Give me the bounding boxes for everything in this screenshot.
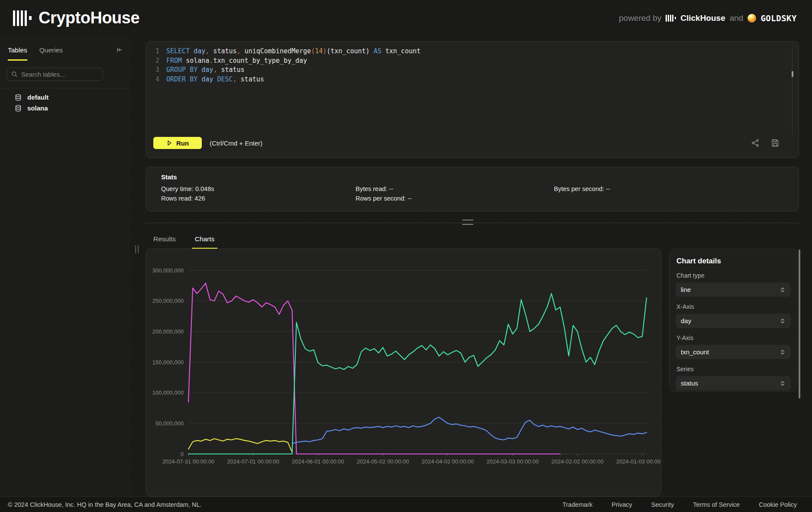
search — [6, 68, 123, 81]
panel-resize-handle[interactable] — [462, 220, 473, 228]
code-lines[interactable]: 1SELECT day, status, uniqCombinedMerge(1… — [146, 47, 790, 84]
stat-item: Bytes read: -- — [356, 184, 412, 194]
save-query-icon[interactable] — [771, 139, 780, 147]
select-value: txn_count — [681, 348, 709, 356]
select-chevrons-icon — [780, 380, 786, 386]
search-tables-input[interactable] — [6, 68, 103, 81]
sidebar-item-default[interactable]: default — [0, 92, 130, 103]
run-shortcut-hint: (Ctrl/Cmd + Enter) — [210, 139, 262, 147]
select-chevrons-icon — [780, 287, 786, 293]
x-axis-tick-label: 2024-01-03 00:00:00 — [616, 458, 661, 465]
line-number: 1 — [146, 47, 159, 56]
chart-details-fields: Chart typelineX-AxisdayY-Axistxn_countSe… — [670, 272, 797, 390]
collapse-sidebar-icon[interactable] — [116, 46, 123, 53]
stats-column-3: Bytes per second: -- — [554, 184, 610, 194]
search-icon — [11, 71, 18, 79]
stat-item: Bytes per second: -- — [554, 184, 610, 194]
footer-links: TrademarkPrivacySecurityTerms of Service… — [563, 501, 797, 508]
header: CryptoHouse powered by ClickHouse and GO… — [0, 0, 812, 36]
stats-column-1: Query time: 0.048sRows read: 426 — [161, 184, 214, 203]
run-query-button[interactable]: Run — [153, 137, 202, 149]
footer-link-terms-of-service[interactable]: Terms of Service — [693, 501, 740, 508]
select-value: line — [681, 286, 691, 293]
chart-type-select[interactable]: line — [676, 282, 791, 297]
database-list: defaultsolana — [0, 88, 130, 113]
stats-title: Stats — [161, 173, 177, 181]
powered-by: powered by ClickHouse and GOLDSKY — [619, 13, 797, 23]
stat-item: Query time: 0.048s — [161, 184, 214, 194]
brand: CryptoHouse — [13, 9, 139, 27]
y-axis-tick-label: 100,000,000 — [152, 389, 184, 396]
x-axis-tick-label: 2024-07-01 00:00:00 — [227, 458, 279, 465]
x-axis-tick-label: 2024-04-02 00:00:00 — [422, 458, 474, 465]
run-label: Run — [176, 139, 189, 147]
goldsky-label[interactable]: GOLDSKY — [760, 13, 797, 23]
chart-series-yellow — [188, 439, 292, 452]
y-axis-select[interactable]: txn_count — [676, 345, 791, 359]
select-chevrons-icon — [780, 349, 786, 355]
stats-panel: Stats Query time: 0.048sRows read: 426 B… — [146, 167, 799, 211]
y-axis-tick-label: 300,000,000 — [152, 267, 184, 274]
footer-link-privacy[interactable]: Privacy — [611, 501, 632, 508]
database-icon — [15, 94, 22, 101]
tab-charts[interactable]: Charts — [192, 235, 218, 249]
line-number: 4 — [146, 75, 159, 84]
powered-by-text: powered by — [619, 13, 661, 23]
sidebar-resize-handle[interactable] — [135, 245, 139, 253]
database-icon — [15, 105, 22, 112]
database-name: solana — [27, 104, 48, 112]
field-label: Chart type — [676, 272, 790, 279]
code-line[interactable]: 3GROUP BY day, status — [146, 65, 790, 75]
chart-series-magenta — [188, 283, 560, 454]
app: CryptoHouse powered by ClickHouse and GO… — [0, 0, 812, 512]
y-axis-tick-label: 0 — [181, 451, 184, 457]
database-name: default — [27, 94, 49, 101]
y-axis-tick-label: 200,000,000 — [152, 328, 184, 335]
footer-link-cookie-policy[interactable]: Cookie Policy — [759, 501, 797, 508]
tab-tables[interactable]: Tables — [8, 46, 27, 61]
line-number: 3 — [146, 65, 159, 75]
sidebar: Tables Queries defaultsolana — [0, 36, 130, 496]
y-axis-tick-label: 250,000,000 — [152, 298, 184, 304]
x-axis-tick-label: 2024-06-01 00:00:00 — [292, 458, 344, 465]
stat-item: Rows per second: -- — [356, 194, 412, 203]
code-line[interactable]: 2FROM solana.txn_count_by_type_by_day — [146, 56, 790, 66]
select-chevrons-icon — [780, 318, 786, 324]
tab-queries[interactable]: Queries — [39, 46, 63, 61]
x-axis-tick-label: 2024-07-31 00:00:00 — [162, 458, 215, 465]
result-tabs: Results Charts — [150, 235, 217, 249]
txn-count-line-chart[interactable]: 050,000,000100,000,000150,000,000200,000… — [146, 249, 661, 496]
chart-details-panel: Chart details Chart typelineX-AxisdayY-A… — [669, 249, 797, 392]
footer-link-trademark[interactable]: Trademark — [563, 501, 593, 508]
footer: © 2024 ClickHouse, Inc. HQ in the Bay Ar… — [0, 496, 812, 512]
code-line[interactable]: 4ORDER BY day DESC, status — [146, 75, 790, 84]
clickhouse-label[interactable]: ClickHouse — [680, 13, 725, 23]
chart-details-title: Chart details — [670, 249, 797, 266]
code-line[interactable]: 1SELECT day, status, uniqCombinedMerge(1… — [146, 47, 790, 56]
select-value: status — [681, 379, 698, 387]
editor-scrollbar-track — [792, 47, 793, 133]
sidebar-item-solana[interactable]: solana — [0, 103, 130, 113]
tab-results[interactable]: Results — [150, 235, 179, 249]
line-number: 2 — [146, 56, 159, 66]
y-axis-tick-label: 150,000,000 — [152, 359, 184, 366]
content-scrollbar[interactable] — [799, 250, 800, 399]
share-query-icon[interactable] — [751, 139, 760, 147]
stats-column-2: Bytes read: --Rows per second: -- — [356, 184, 412, 203]
x-axis-select[interactable]: day — [676, 314, 791, 328]
x-axis-tick-label: 2024-03-03 00:00:00 — [486, 458, 539, 465]
goldsky-logo-icon — [747, 14, 756, 23]
app-title: CryptoHouse — [39, 9, 139, 27]
footer-link-security[interactable]: Security — [651, 501, 674, 508]
series-select[interactable]: status — [676, 376, 791, 390]
field-label: X-Axis — [676, 303, 790, 310]
editor-scrollbar-thumb[interactable] — [792, 71, 793, 77]
copyright-text: © 2024 ClickHouse, Inc. HQ in the Bay Ar… — [8, 501, 202, 508]
sidebar-tabs: Tables Queries — [0, 36, 130, 61]
field-label: Y-Axis — [676, 334, 790, 341]
sql-editor-panel: 1SELECT day, status, uniqCombinedMerge(1… — [146, 41, 799, 158]
clickhouse-logo-icon-small — [666, 15, 676, 22]
and-text: and — [730, 13, 744, 23]
x-axis-tick-label: 2024-05-02 00:00:00 — [357, 458, 409, 465]
clickhouse-logo-icon — [13, 10, 32, 26]
